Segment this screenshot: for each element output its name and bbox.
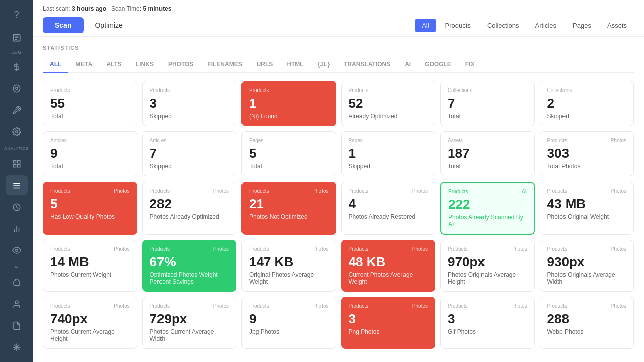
scan-time-label: Scan Time:	[111, 5, 141, 12]
card-label: Original Photos Average Weight	[249, 271, 329, 285]
last-scan-label: Last scan:	[43, 5, 70, 12]
grid-icon[interactable]	[6, 154, 28, 173]
card-label: Skipped	[349, 163, 428, 170]
card-label: Current Photos Average Weight	[349, 271, 428, 285]
card-cat: Products	[349, 246, 368, 252]
stat-card-png-photos: Products Photos 3 Png Photos	[341, 297, 436, 349]
card-cat2: Photos	[312, 246, 328, 252]
card-label: Photos Original Weight	[547, 213, 627, 220]
sub-tab-all[interactable]: ALL	[43, 57, 68, 73]
stat-card-current-avg-width: Products Photos 729px Photos Current Ave…	[142, 297, 237, 349]
svg-point-5	[13, 85, 20, 92]
filter-tab-products[interactable]: Products	[438, 19, 478, 32]
stat-card-photos-already-optimized: Products Photos 282 Photos Already Optim…	[142, 182, 237, 235]
card-cat: Collections	[448, 87, 472, 93]
scan-button[interactable]: Scan	[43, 17, 84, 33]
card-value: 3	[150, 96, 229, 111]
card-label: Total	[50, 113, 130, 120]
optimize-button[interactable]: Optimize	[87, 17, 130, 33]
card-value: 9	[249, 312, 329, 326]
card-cat2: Photos	[114, 188, 129, 194]
stat-card-collections-total: Collections 7 Total	[440, 81, 535, 126]
filter-tab-articles[interactable]: Articles	[528, 19, 564, 32]
scroll-icon[interactable]	[6, 316, 28, 335]
filter-tab-pages[interactable]: Pages	[566, 19, 598, 32]
card-value: 55	[50, 96, 130, 111]
stat-card-products-found: Products 1 (Ni) Found	[242, 81, 336, 126]
stat-card-products-total: Products 55 Total	[43, 81, 137, 126]
stat-card-products-optimized: Products 52 Already Optimized	[341, 81, 436, 126]
card-label: Total	[448, 113, 527, 120]
card-cat2: Photos	[412, 246, 428, 252]
card-label: Photos Not Optimized	[249, 213, 329, 220]
user-icon[interactable]	[6, 294, 28, 314]
card-value: 5	[249, 146, 329, 161]
asterisk-icon[interactable]	[6, 337, 28, 357]
stat-card-photos-scanned-ai: Products AI 222 Photos Already Scanned B…	[440, 182, 535, 235]
sub-tab-links[interactable]: LINKS	[129, 57, 161, 73]
card-cat2: Photos	[511, 246, 527, 252]
card-cat2: Photos	[213, 303, 229, 309]
filter-tab-assets[interactable]: Assets	[600, 19, 634, 32]
sub-tab-urls[interactable]: URLS	[250, 57, 280, 73]
circle-icon[interactable]	[6, 78, 28, 98]
card-label: Photos Current Average Width	[150, 328, 229, 342]
card-label: Photos Current Weight	[50, 271, 130, 278]
card-value: 7	[150, 146, 229, 161]
card-label: Total Photos	[547, 163, 627, 170]
svg-point-7	[15, 130, 18, 133]
sub-tab-translations[interactable]: TRANSLATIONS	[337, 57, 397, 73]
card-cat: Products	[150, 246, 170, 252]
filter-tab-all[interactable]: All	[415, 19, 436, 32]
card-value: 5	[50, 197, 130, 211]
card-cat: Products	[249, 303, 269, 309]
stats-row-5: Products Photos 740px Photos Current Ave…	[43, 297, 634, 349]
card-label: Photos Already Optimized	[150, 213, 229, 220]
ai-icon[interactable]	[6, 273, 28, 292]
sub-tab-jl[interactable]: {JL}	[311, 57, 337, 73]
sub-tab-filenames[interactable]: FILENAMES	[200, 57, 249, 73]
svg-rect-9	[17, 160, 20, 163]
card-value: 67%	[150, 255, 229, 269]
svg-point-19	[15, 249, 18, 251]
card-label: Photos Originals Average Height	[448, 271, 527, 285]
dollar-icon[interactable]	[6, 57, 28, 76]
bar-chart-icon[interactable]	[6, 219, 28, 238]
card-cat2: Photos	[213, 188, 229, 194]
card-label: Photos Already Restored	[349, 213, 428, 220]
card-cat: Assets	[448, 138, 463, 143]
card-value: 930px	[547, 255, 627, 269]
card-cat2: Photos	[312, 188, 328, 194]
card-value: 14 MB	[50, 255, 130, 269]
sub-tab-html[interactable]: HTML	[280, 57, 310, 73]
log-icon[interactable]	[6, 27, 28, 49]
card-label: Photos Current Average Height	[50, 328, 130, 342]
gear-icon[interactable]	[6, 122, 28, 141]
wrench-icon[interactable]	[6, 100, 28, 120]
card-value: 740px	[50, 312, 130, 326]
question-icon[interactable]: ?	[6, 5, 28, 25]
sub-tab-fix[interactable]: FIX	[458, 57, 482, 73]
card-label: Photos Originals Average Width	[547, 271, 627, 285]
stat-card-low-quality: Products Photos 5 Has Low Quality Photos	[43, 182, 137, 235]
card-value: 729px	[150, 312, 229, 326]
sub-tab-photos[interactable]: PHOTOS	[161, 57, 200, 73]
main-content: Last scan: 3 hours ago Scan Time: 5 minu…	[33, 0, 644, 362]
eye-icon[interactable]	[6, 240, 28, 260]
sub-tab-alts[interactable]: ALTS	[99, 57, 128, 73]
card-value: 3	[448, 312, 527, 326]
card-cat: Products	[448, 246, 467, 252]
scan-info: Last scan: 3 hours ago Scan Time: 5 minu…	[43, 5, 634, 12]
sub-tab-google[interactable]: GOOGLE	[418, 57, 458, 73]
card-cat: Products	[249, 87, 269, 93]
stat-card-jpg-photos: Products Photos 9 Jpg Photos	[242, 297, 336, 349]
list-icon[interactable]	[6, 175, 28, 195]
filter-tab-collections[interactable]: Collections	[480, 19, 526, 32]
card-cat2: Photos	[114, 246, 129, 252]
card-label: Optimized Photos Weight Percent Savings	[150, 271, 229, 285]
card-label: Skipped	[150, 163, 229, 170]
clock-icon[interactable]	[6, 197, 28, 217]
sub-tab-ai[interactable]: AI	[397, 57, 418, 73]
sub-tab-meta[interactable]: META	[68, 57, 99, 73]
card-value: 21	[249, 197, 329, 211]
